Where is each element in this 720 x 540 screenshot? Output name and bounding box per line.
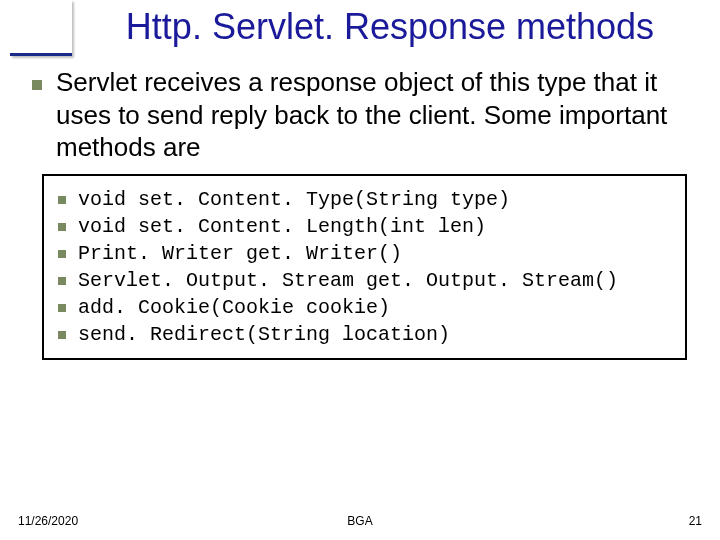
method-item: void set. Content. Type(String type) (58, 188, 671, 211)
method-item: Servlet. Output. Stream get. Output. Str… (58, 269, 671, 292)
bullet-square-icon (58, 331, 66, 339)
slide-footer: 11/26/2020 BGA 21 (18, 514, 702, 528)
bullet-square-icon (58, 277, 66, 285)
bullet-square-icon (32, 80, 42, 90)
bullet-square-icon (58, 250, 66, 258)
intro-bullet: Servlet receives a response object of th… (32, 66, 688, 164)
methods-box: void set. Content. Type(String type) voi… (42, 174, 687, 360)
method-item: Print. Writer get. Writer() (58, 242, 671, 265)
method-code: Servlet. Output. Stream get. Output. Str… (78, 269, 618, 292)
method-code: void set. Content. Type(String type) (78, 188, 510, 211)
bullet-square-icon (58, 223, 66, 231)
intro-text: Servlet receives a response object of th… (56, 66, 688, 164)
bullet-square-icon (58, 304, 66, 312)
method-code: send. Redirect(String location) (78, 323, 450, 346)
bullet-square-icon (58, 196, 66, 204)
title-area: Http. Servlet. Response methods (0, 0, 720, 48)
footer-center: BGA (18, 514, 702, 528)
title-underline-decoration (10, 0, 72, 56)
slide: Http. Servlet. Response methods Servlet … (0, 0, 720, 540)
method-item: add. Cookie(Cookie cookie) (58, 296, 671, 319)
method-code: add. Cookie(Cookie cookie) (78, 296, 390, 319)
slide-title: Http. Servlet. Response methods (18, 6, 702, 48)
method-code: void set. Content. Length(int len) (78, 215, 486, 238)
slide-body: Servlet receives a response object of th… (0, 48, 720, 360)
method-code: Print. Writer get. Writer() (78, 242, 402, 265)
method-item: send. Redirect(String location) (58, 323, 671, 346)
method-item: void set. Content. Length(int len) (58, 215, 671, 238)
